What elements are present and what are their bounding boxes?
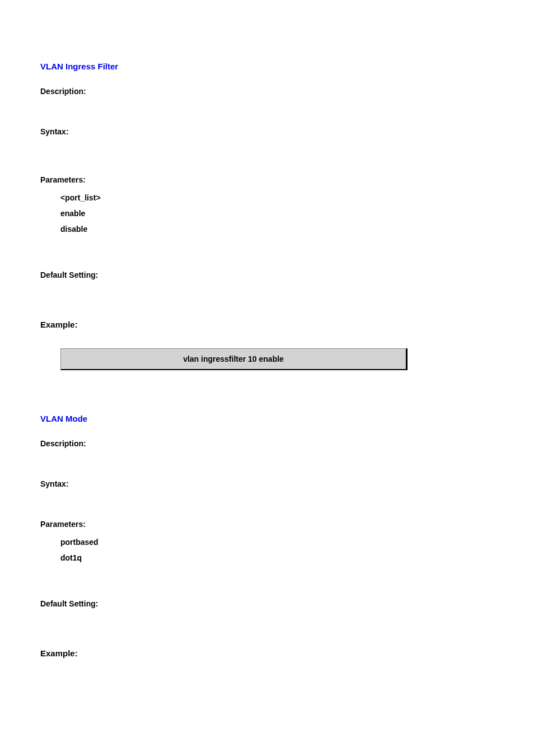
parameters-list: <port_list> enable disable — [60, 190, 494, 237]
param-item: portbased — [60, 534, 494, 550]
label-default-setting: Default Setting: — [40, 270, 494, 279]
param-item: disable — [60, 221, 494, 237]
param-item: dot1q — [60, 550, 494, 566]
example-code-box: vlan ingressfilter 10 enable — [60, 348, 407, 370]
param-item: enable — [60, 206, 494, 221]
label-syntax: Syntax: — [40, 127, 494, 136]
label-description: Description: — [40, 439, 494, 448]
label-default-setting: Default Setting: — [40, 599, 494, 608]
parameters-list: portbased dot1q — [60, 534, 494, 566]
label-parameters: Parameters: — [40, 520, 494, 529]
label-syntax: Syntax: — [40, 479, 494, 488]
section-title-vlan-mode: VLAN Mode — [40, 414, 494, 423]
param-item: <port_list> — [60, 190, 494, 206]
label-example: Example: — [40, 648, 494, 658]
label-description: Description: — [40, 87, 494, 96]
section-title-vlan-ingress-filter: VLAN Ingress Filter — [40, 62, 494, 71]
label-example: Example: — [40, 320, 494, 329]
label-parameters: Parameters: — [40, 175, 494, 184]
